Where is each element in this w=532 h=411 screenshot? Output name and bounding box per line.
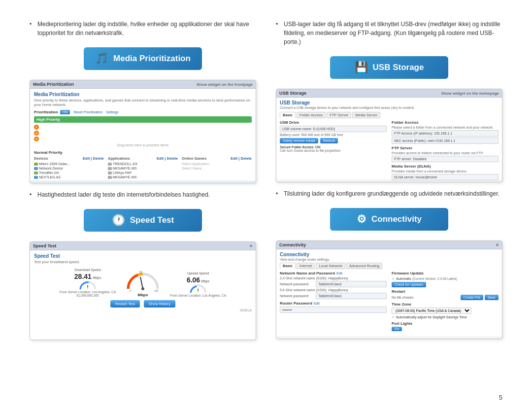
- conn-timezone-label: Time Zone: [392, 302, 499, 307]
- st-from-location-u: From Server Location: Los Angeles, CA: [170, 294, 226, 297]
- conn-router-pw-field: ••••••••: [280, 307, 387, 313]
- speed-test-banner: 🕐 Speed Test: [84, 209, 202, 232]
- usb-media-server-label: Media Server (DLNA): [392, 164, 499, 169]
- mp-dev-1: Mike's 2009 Galax...: [34, 162, 104, 166]
- conn-left-panel: Network Name and Password Edit 2.4 GHz n…: [280, 271, 387, 331]
- mp-priority-items: 1 2 3 Drag items here to prioritize item…: [34, 124, 252, 148]
- conn-auto-adjust: Automatically adjust for Daylight Saving…: [396, 315, 467, 319]
- mp-app-1: TRENDZILL-DX: [108, 162, 178, 166]
- usb-ftp-server-label: FTP Server: [392, 146, 499, 150]
- right-bullet-2: Tilslutning lader dig konfigurere grundl…: [276, 189, 502, 198]
- mp-label-row: Prioritization ON Reset Prioritization S…: [34, 110, 252, 114]
- conn-edit-link[interactable]: Edit: [336, 272, 342, 275]
- st-content-subtitle: Test your broadband speed.: [34, 260, 252, 264]
- mp-select-game: Select Game...: [182, 166, 252, 171]
- media-icon: 🎵: [95, 52, 108, 65]
- download-gauge-icon: [79, 280, 97, 290]
- st-restart-button[interactable]: Restart Test: [110, 300, 140, 308]
- st-mbps-center: Mbps: [138, 293, 148, 297]
- usb-ftp-access: FTP Access (IP address): 192.168.1.1: [392, 130, 499, 137]
- mp-apps-col: Applications Edit | Delete TRENDZILL-DX …: [108, 156, 178, 179]
- usb-tab-folder[interactable]: Folder Access: [297, 112, 326, 118]
- svg-marker-0: [87, 285, 88, 289]
- usb-content-title: USB Storage: [280, 100, 499, 105]
- st-download-label: Download Speed: [74, 268, 100, 272]
- conn-save-button[interactable]: Save: [485, 295, 499, 300]
- usb-safe-remove-button[interactable]: Safely remove media: [280, 138, 318, 143]
- conn-title: Connectivity: [279, 242, 306, 247]
- mp-select-app: Select Application...: [182, 162, 252, 166]
- left-bullet-2: Hastighedstest lader dig teste din inter…: [30, 190, 256, 199]
- usb-volume-field: USB volume name: D:/(USB HDD): [280, 126, 387, 132]
- mp-edit-link[interactable]: Edit | Delete: [83, 156, 104, 161]
- media-banner-label: Media Prioritization: [113, 54, 191, 64]
- usb-tabs-row: Basic Folder Access FTP Server Media Ser…: [280, 112, 499, 118]
- conn-24ghz-label: 2.4 GHz network name (SSID): HappyBunny: [280, 276, 348, 280]
- speedtest-icon: 🕐: [112, 214, 125, 227]
- mp-priority-item-3: 3: [34, 136, 252, 142]
- conn-50ghz-label: 5.0 GHz network name (SSID): HappyBunny: [280, 288, 348, 292]
- conn-restart-label: Restart: [392, 289, 499, 294]
- conn-tab-local[interactable]: Local Network: [316, 263, 345, 269]
- mp-settings-link[interactable]: Settings: [106, 110, 118, 114]
- usb-secure-label: Secure Folder Access: ON: [280, 145, 320, 149]
- connectivity-banner-label: Connectivity: [371, 214, 422, 224]
- usb-refresh-button[interactable]: Refresh: [320, 138, 338, 143]
- priority-dot-2: 2: [34, 131, 39, 136]
- usb-ftp-disabled: FTP server: Disabled: [392, 156, 499, 162]
- st-download-val: 28.41: [74, 273, 92, 280]
- conn-main-content: Network Name and Password Edit 2.4 GHz n…: [280, 271, 499, 331]
- mp-reset-link[interactable]: Reset Prioritization: [73, 110, 102, 114]
- conn-restart-row: No file chosen Create File Save: [392, 295, 499, 300]
- conn-check-updates-button[interactable]: Check for Updates: [392, 282, 426, 287]
- priority-dot-3: 3: [34, 137, 39, 141]
- mp-prioritization-label: Prioritization: [34, 110, 58, 114]
- conn-50ghz-row: 5.0 GHz network name (SSID): HappyBunny: [280, 288, 387, 292]
- conn-create-file-button[interactable]: Create File: [461, 295, 483, 300]
- conn-24pw-field: Tabletm0Claw1: [316, 281, 387, 287]
- conn-50pw-field: Tabletm0Claw1: [316, 293, 387, 299]
- conn-tab-internet[interactable]: Internet: [297, 263, 315, 269]
- conn-auto-adjust-row: ✓ Automatically adjust for Daylight Savi…: [392, 315, 499, 319]
- st-from-location-d: From Server Location: Los Angeles, CA: [60, 290, 116, 294]
- mp-normal-table: Devices Edit | Delete Mike's 2009 Galax.…: [34, 156, 252, 179]
- mp-app-3: LINKys-FAP: [108, 171, 178, 175]
- conn-content-title: Connectivity: [280, 252, 499, 257]
- conn-router-edit-link[interactable]: Edit: [314, 302, 320, 305]
- st-history-button[interactable]: Show History: [144, 300, 175, 308]
- mp-show-widget: Show widget on the frontpage: [197, 82, 253, 87]
- st-gauges: Download Speed 28.41 Mbps From Server Lo…: [34, 268, 252, 297]
- usb-battery-info: Battery used: 568 MB and of 896 GB free: [280, 133, 387, 137]
- usb-titlebar: USB Storage Show widget on the homepage: [276, 89, 502, 98]
- conn-router-pw-label: Router Password Edit: [280, 301, 387, 306]
- upload-gauge-icon: [189, 284, 207, 294]
- mp-content: Media Prioritization Give priority to th…: [30, 89, 256, 180]
- st-download-unit: Mbps: [93, 276, 101, 279]
- mp-devices-header: Devices Edit | Delete: [34, 156, 104, 161]
- conn-firmware-auto-row: ✓ Automatic (Current Version: 2.0.06 Lat…: [392, 276, 499, 281]
- svg-marker-6: [198, 289, 199, 293]
- mp-apps-edit[interactable]: Edit | Delete: [157, 156, 178, 161]
- mp-games-edit[interactable]: Edit | Delete: [231, 156, 252, 161]
- svg-point-2: [141, 287, 144, 290]
- usb-tab-media[interactable]: Media Server: [352, 112, 380, 118]
- svg-text:0: 0: [130, 289, 131, 292]
- usb-title: USB Storage: [279, 91, 306, 96]
- st-download-group: Download Speed 28.41 Mbps From Server Lo…: [60, 268, 116, 297]
- usb-tab-ftp[interactable]: FTP Server: [327, 112, 351, 118]
- media-prioritization-screenshot: Media Prioritization Show widget on the …: [30, 80, 256, 183]
- conn-tab-basic[interactable]: Basic: [280, 263, 296, 269]
- conn-port-lights-on-button[interactable]: On: [392, 327, 402, 331]
- usb-ftp-desc: Provides access to folders connected to …: [392, 151, 499, 155]
- conn-timezone-select[interactable]: (GMT-08:00) Pacific Time (USA & Canada): [392, 308, 471, 314]
- mp-high-priority-label: High Priority: [34, 116, 252, 123]
- st-title: Speed Test: [33, 243, 56, 248]
- conn-tab-advanced[interactable]: Advanced Routing: [346, 263, 382, 269]
- usb-banner-label: USB Storage: [373, 63, 424, 72]
- st-ookla-label: OOKLA: [34, 308, 252, 312]
- mp-drag-hint: Drag items here to prioritize items: [34, 142, 252, 148]
- mp-on-button[interactable]: ON: [60, 110, 70, 114]
- usb-tab-basic[interactable]: Basic: [280, 112, 296, 118]
- svg-text:100: 100: [154, 289, 159, 292]
- conn-50pw-row: Network password: Tabletm0Claw1: [280, 293, 387, 299]
